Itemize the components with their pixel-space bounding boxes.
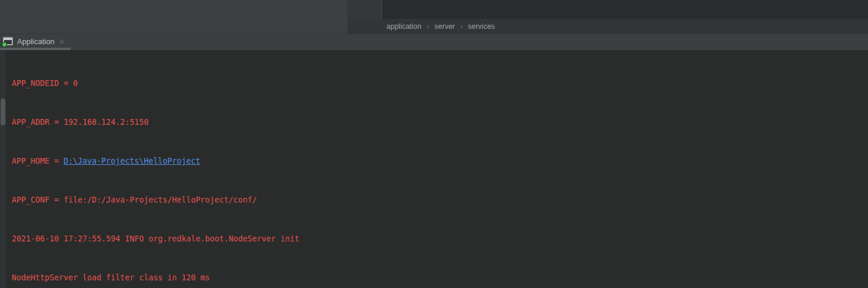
file-path-link[interactable]: D:\Java-Projects\HelloProject bbox=[64, 157, 200, 165]
run-tool-window-tab-bar: Application × bbox=[0, 34, 868, 50]
console-line: APP_CONF = file:/D:/Java-Projects/HelloP… bbox=[12, 194, 780, 207]
editor-split-divider bbox=[382, 0, 382, 19]
run-console-icon bbox=[3, 37, 13, 45]
tab-application[interactable]: Application × bbox=[0, 34, 64, 48]
console-line: APP_HOME = D:\Java-Projects\HelloProject bbox=[12, 155, 780, 168]
console-icon-titlebar bbox=[4, 38, 12, 40]
chevron-right-icon: › bbox=[427, 22, 429, 31]
breadcrumb: application › server › services bbox=[347, 19, 868, 34]
console-lines: APP_NODEID = 0 APP_ADDR = 192.168.124.2:… bbox=[12, 51, 780, 288]
breadcrumb-item-services[interactable]: services bbox=[468, 22, 495, 31]
console-scrollbar-thumb[interactable] bbox=[1, 98, 5, 125]
chevron-right-icon: › bbox=[460, 22, 463, 31]
console-line: 2021-06-10 17:27:55.594 INFO org.redkale… bbox=[12, 233, 780, 246]
tab-label: Application bbox=[17, 37, 55, 46]
console-line: APP_NODEID = 0 bbox=[12, 77, 780, 90]
running-indicator-dot bbox=[2, 42, 7, 47]
editor-gutter-strip bbox=[347, 0, 382, 19]
editor-area bbox=[347, 0, 868, 19]
breadcrumb-item-application[interactable]: application bbox=[386, 22, 422, 31]
console-scrollbar-track[interactable] bbox=[0, 50, 6, 288]
close-icon[interactable]: × bbox=[59, 37, 65, 46]
console-line: NodeHttpServer load filter class in 120 … bbox=[12, 272, 780, 284]
console-line-prefix: APP_HOME = bbox=[12, 157, 64, 165]
breadcrumb-item-server[interactable]: server bbox=[435, 22, 455, 31]
tool-window-panel bbox=[0, 0, 347, 34]
ide-window: application › server › services Applicat… bbox=[0, 0, 868, 288]
console-output[interactable]: APP_NODEID = 0 APP_ADDR = 192.168.124.2:… bbox=[0, 50, 868, 288]
console-line: APP_ADDR = 192.168.124.2:5150 bbox=[12, 116, 780, 129]
